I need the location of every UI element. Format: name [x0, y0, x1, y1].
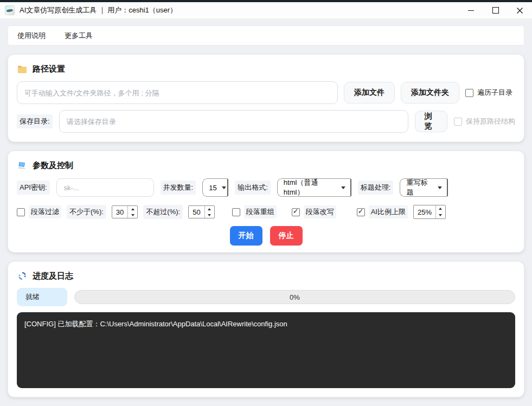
para-filter-label: 段落过滤: [29, 205, 61, 218]
maximize-icon: [492, 7, 499, 14]
min-percent-label: 不少于(%):: [67, 205, 106, 219]
log-output[interactable]: [CONFIG] 已加载配置：C:\Users\Administrator\Ap…: [17, 312, 515, 388]
minimize-icon: [468, 10, 474, 11]
min-percent-value: 30: [112, 206, 127, 218]
params-card: 参数及控制 API密钥: 并发数量: 15 输出格式: html（普通html）…: [8, 151, 524, 253]
menu-item-more-tools[interactable]: 更多工具: [65, 31, 93, 41]
window-controls: [459, 2, 532, 18]
log-line: [CONFIG] 已加载配置：C:\Users\Administrator\Ap…: [24, 319, 508, 330]
chevron-down-icon: [222, 186, 226, 189]
browse-button[interactable]: 浏览: [415, 111, 447, 132]
ai-ratio-checkbox[interactable]: AI比例上限: [357, 205, 408, 218]
output-format-label: 输出格式:: [235, 181, 271, 195]
refresh-icon: [17, 270, 28, 281]
add-folder-button[interactable]: 添加文件夹: [401, 82, 459, 104]
para-regroup-label: 段落重组: [244, 205, 277, 218]
save-dir-label: 保存目录:: [17, 114, 53, 128]
spin-down-button[interactable]: [128, 212, 137, 218]
max-percent-value: 50: [189, 206, 204, 218]
chevron-down-icon: [341, 186, 345, 189]
status-badge: 就绪: [17, 288, 67, 306]
checkbox-box: [232, 208, 240, 216]
ai-ratio-label: AI比例上限: [369, 205, 408, 218]
api-key-input[interactable]: [56, 178, 154, 197]
para-rewrite-label: 段落改写: [304, 205, 336, 218]
maximize-button[interactable]: [483, 2, 508, 18]
arrow-down-icon: [439, 214, 442, 216]
params-header: 参数及控制: [17, 160, 515, 171]
arrow-up-icon: [439, 208, 442, 210]
progress-log-title: 进度及日志: [33, 271, 73, 281]
spin-arrows: [435, 205, 445, 218]
save-dir-input[interactable]: [59, 110, 408, 133]
menu-bar: 使用说明 更多工具: [8, 25, 524, 46]
minimize-button[interactable]: [459, 2, 483, 18]
title-handling-select[interactable]: 重写标题: [400, 178, 448, 197]
path-input[interactable]: [17, 81, 338, 104]
para-regroup-checkbox[interactable]: 段落重组: [232, 205, 277, 218]
checkbox-box: [465, 89, 473, 97]
close-icon: [516, 7, 523, 14]
api-key-label: API密钥:: [17, 181, 50, 195]
title-handling-label: 标题处理:: [358, 181, 394, 195]
min-percent-spinbox[interactable]: 30: [112, 205, 138, 218]
spin-arrows: [204, 206, 214, 218]
concurrency-select[interactable]: 15: [202, 178, 228, 197]
checkbox-box: [292, 208, 300, 216]
folder-icon: [17, 63, 28, 74]
chevron-down-icon: [438, 186, 442, 189]
progress-bar: 0%: [74, 290, 515, 304]
close-button[interactable]: [508, 2, 532, 18]
recurse-subdir-checkbox[interactable]: 遍历子目录: [465, 88, 512, 98]
title-handling-value: 重写标题: [406, 178, 433, 197]
para-rewrite-checkbox[interactable]: 段落改写: [292, 205, 336, 218]
stop-button[interactable]: 停止: [270, 226, 303, 246]
spin-down-button[interactable]: [205, 212, 214, 218]
max-percent-spinbox[interactable]: 50: [188, 205, 214, 218]
concurrency-label: 并发数量:: [161, 181, 196, 195]
concurrency-value: 15: [209, 184, 216, 192]
app-logo-icon: [5, 5, 15, 15]
output-format-value: html（普通html）: [284, 178, 336, 197]
checkbox-box: [357, 208, 365, 216]
progress-log-header: 进度及日志: [17, 270, 515, 281]
checkbox-box: [454, 118, 462, 126]
keep-structure-label: 保持原路径结构: [466, 117, 515, 126]
arrow-up-icon: [208, 208, 211, 210]
checkbox-box: [17, 208, 25, 216]
add-file-button[interactable]: 添加文件: [344, 82, 395, 104]
recurse-subdir-label: 遍历子目录: [477, 88, 512, 98]
para-filter-checkbox[interactable]: 段落过滤: [17, 205, 61, 218]
arrow-down-icon: [208, 214, 211, 216]
arrow-down-icon: [131, 214, 134, 216]
ai-ratio-value: 25%: [414, 205, 435, 218]
laptop-icon: [17, 160, 28, 171]
params-title: 参数及控制: [33, 160, 73, 171]
path-settings-card: 路径设置 添加文件 添加文件夹 遍历子目录 保存目录: 浏览 保持原路径结构: [8, 54, 524, 142]
spin-up-button[interactable]: [436, 205, 445, 212]
window-title: AI文章仿写原创生成工具 ｜ 用户：ceshi1（user）: [20, 5, 177, 15]
start-button[interactable]: 开始: [230, 226, 262, 246]
progress-log-card: 进度及日志 就绪 0% [CONFIG] 已加载配置：C:\Users\Admi…: [8, 261, 524, 397]
keep-structure-checkbox: 保持原路径结构: [454, 117, 515, 126]
progress-percent: 0%: [290, 293, 300, 301]
spin-up-button[interactable]: [128, 206, 137, 212]
max-percent-label: 不超过(%):: [143, 205, 183, 219]
spin-up-button[interactable]: [205, 206, 214, 212]
path-settings-header: 路径设置: [17, 63, 515, 74]
output-format-select[interactable]: html（普通html）: [277, 178, 351, 197]
spin-down-button[interactable]: [436, 212, 445, 218]
spin-arrows: [127, 206, 137, 218]
arrow-up-icon: [131, 208, 134, 210]
menu-item-usage[interactable]: 使用说明: [17, 31, 46, 41]
path-settings-title: 路径设置: [33, 64, 65, 74]
title-bar: AI文章仿写原创生成工具 ｜ 用户：ceshi1（user）: [0, 2, 532, 19]
ai-ratio-spinbox[interactable]: 25%: [413, 205, 446, 219]
